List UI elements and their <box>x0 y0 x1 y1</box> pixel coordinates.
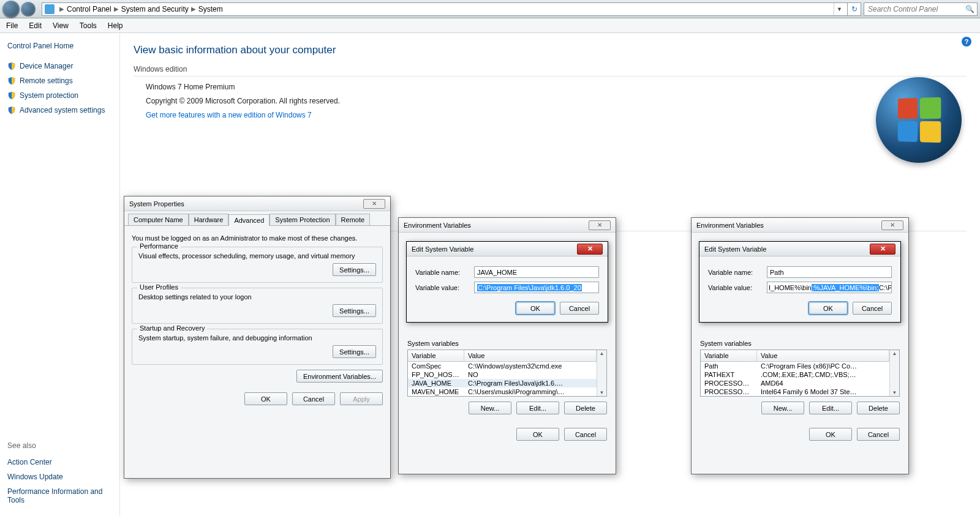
scroll-down-icon[interactable]: ▼ <box>600 389 605 396</box>
sidebar-home-link[interactable]: Control Panel Home <box>7 42 112 50</box>
table-row[interactable]: ComSpecC:\Windows\system32\cmd.exe <box>408 362 597 370</box>
perf-settings-button[interactable]: Settings... <box>333 263 376 276</box>
scroll-up-icon[interactable]: ▲ <box>600 350 605 357</box>
crumb-item[interactable]: System and Security <box>121 5 189 13</box>
search-input[interactable]: 🔍 <box>864 2 978 16</box>
cancel-button[interactable]: Cancel <box>857 428 900 441</box>
scroll-down-icon[interactable]: ▼ <box>892 389 897 396</box>
sidebar-item-advanced-settings[interactable]: Advanced system settings <box>7 106 112 114</box>
sidebar-item-label: Advanced system settings <box>20 106 105 114</box>
dialog-title-bar[interactable]: Edit System Variable ✕ <box>407 242 608 256</box>
sidebar-item-remote-settings[interactable]: Remote settings <box>7 77 112 85</box>
group-title: Performance <box>137 242 181 250</box>
edit-button[interactable]: Edit... <box>809 402 852 414</box>
startup-settings-button[interactable]: Settings... <box>333 345 376 358</box>
cancel-button[interactable]: Cancel <box>560 302 599 315</box>
table-row[interactable]: PROCESSOR_ID...Intel64 Family 6 Model 37… <box>701 387 889 396</box>
sidebar-item-label: Device Manager <box>20 62 73 70</box>
ok-button[interactable]: OK <box>244 392 287 405</box>
table-row[interactable]: MAVEN_HOMEC:\Users\muski\Programming\Sof… <box>408 387 597 396</box>
back-button[interactable] <box>2 1 20 18</box>
tab-hardware[interactable]: Hardware <box>189 214 229 225</box>
delete-button[interactable]: Delete <box>564 402 607 414</box>
menu-edit[interactable]: Edit <box>29 21 42 30</box>
env-vars-dialog-2: Environment Variables ✕ Edit System Vari… <box>691 217 909 474</box>
user-profiles-group: User Profiles Desktop settings related t… <box>132 288 383 324</box>
crumb-item[interactable]: System <box>198 5 223 13</box>
help-icon[interactable]: ? <box>962 37 971 47</box>
menu-help[interactable]: Help <box>108 21 123 30</box>
close-icon[interactable]: ✕ <box>881 220 903 230</box>
var-value-input[interactable]: C:\Program Files\Java\jdk1.6.0_20 <box>474 282 599 293</box>
scrollbar[interactable]: ▲▼ <box>597 350 606 396</box>
new-button[interactable]: New... <box>469 402 511 414</box>
menu-tools[interactable]: Tools <box>80 21 97 30</box>
var-value-input[interactable]: I_HOME%\bin;%JAVA_HOME%\bin;C:\Prog <box>767 282 892 293</box>
performance-group: Performance Visual effects, processor sc… <box>132 247 383 283</box>
chevron-right-icon: ▶ <box>191 6 196 12</box>
search-field[interactable] <box>867 4 965 14</box>
table-row[interactable]: JAVA_HOMEC:\Program Files\Java\jdk1.6.0_… <box>408 379 597 387</box>
tab-remote[interactable]: Remote <box>336 214 371 225</box>
sidebar-item-device-manager[interactable]: Device Manager <box>7 62 112 70</box>
more-features-link[interactable]: Get more features with a new edition of … <box>146 108 967 122</box>
var-name-input[interactable] <box>474 266 599 278</box>
var-name-label: Variable name: <box>708 269 767 276</box>
sidebar-item-windows-update[interactable]: Windows Update <box>7 473 112 481</box>
close-icon[interactable]: ✕ <box>363 199 385 209</box>
menu-view[interactable]: View <box>53 21 69 30</box>
forward-button[interactable] <box>21 2 36 17</box>
dialog-title-bar[interactable]: Environment Variables ✕ <box>692 218 908 233</box>
close-icon[interactable]: ✕ <box>589 220 611 230</box>
sidebar-item-action-center[interactable]: Action Center <box>7 458 112 466</box>
history-dropdown[interactable]: ▼ <box>834 3 845 15</box>
scroll-up-icon[interactable]: ▲ <box>892 350 897 357</box>
table-row[interactable]: PROCESSOR_AR...AMD64 <box>701 379 889 387</box>
dialog-body: You must be logged on as an Administrato… <box>124 226 390 389</box>
sidebar-item-performance[interactable]: Performance Information and Tools <box>7 487 112 504</box>
apply-button[interactable]: Apply <box>340 392 383 405</box>
ok-button[interactable]: OK <box>809 302 848 315</box>
refresh-button[interactable]: ↻ <box>848 2 861 16</box>
dialog-title-bar[interactable]: Environment Variables ✕ <box>399 218 616 233</box>
menu-file[interactable]: File <box>6 21 18 30</box>
cancel-button[interactable]: Cancel <box>292 392 335 405</box>
cancel-button[interactable]: Cancel <box>564 428 607 441</box>
ok-button[interactable]: OK <box>809 428 852 441</box>
var-name-input[interactable] <box>767 266 892 278</box>
edit-variable-dialog: Edit System Variable ✕ Variable name: Va… <box>699 241 901 323</box>
shield-icon <box>7 91 16 100</box>
env-vars-button[interactable]: Environment Variables... <box>296 370 383 383</box>
breadcrumb[interactable]: ▶ Control Panel ▶ System and Security ▶ … <box>42 2 848 16</box>
close-icon[interactable]: ✕ <box>577 244 603 255</box>
close-icon[interactable]: ✕ <box>870 244 895 255</box>
new-button[interactable]: New... <box>761 402 804 414</box>
menu-bar: File Edit View Tools Help <box>0 18 980 33</box>
edit-button[interactable]: Edit... <box>516 402 559 414</box>
scrollbar[interactable]: ▲▼ <box>889 350 899 396</box>
table-row[interactable]: PATHEXT.COM;.EXE;.BAT;.CMD;.VBS;.VBE;.JS… <box>701 370 889 379</box>
delete-button[interactable]: Delete <box>857 402 900 414</box>
tab-advanced[interactable]: Advanced <box>228 214 270 226</box>
crumb-item[interactable]: Control Panel <box>67 5 111 13</box>
ok-button[interactable]: OK <box>516 302 555 315</box>
chevron-right-icon: ▶ <box>59 6 64 12</box>
dialog-title-bar[interactable]: System Properties ✕ <box>124 196 390 211</box>
table-row[interactable]: FP_NO_HOST_C...NO <box>408 370 597 379</box>
col-value[interactable]: Value <box>464 350 597 361</box>
col-variable[interactable]: Variable <box>701 350 757 361</box>
col-value[interactable]: Value <box>757 350 889 361</box>
ok-button[interactable]: OK <box>516 428 559 441</box>
col-variable[interactable]: Variable <box>408 350 464 361</box>
dialog-title: Environment Variables <box>696 222 764 229</box>
windows-logo-icon <box>876 77 962 163</box>
dialog-title-bar[interactable]: Edit System Variable ✕ <box>699 242 900 256</box>
shield-icon <box>7 62 16 70</box>
profiles-settings-button[interactable]: Settings... <box>333 304 376 317</box>
table-row[interactable]: PathC:\Program Files (x86)\PC Connectivi… <box>701 362 889 370</box>
tab-system-protection[interactable]: System Protection <box>270 214 335 225</box>
sidebar-item-system-protection[interactable]: System protection <box>7 91 112 100</box>
edit-variable-dialog: Edit System Variable ✕ Variable name: Va… <box>406 241 608 323</box>
cancel-button[interactable]: Cancel <box>853 302 892 315</box>
tab-computer-name[interactable]: Computer Name <box>128 214 189 225</box>
